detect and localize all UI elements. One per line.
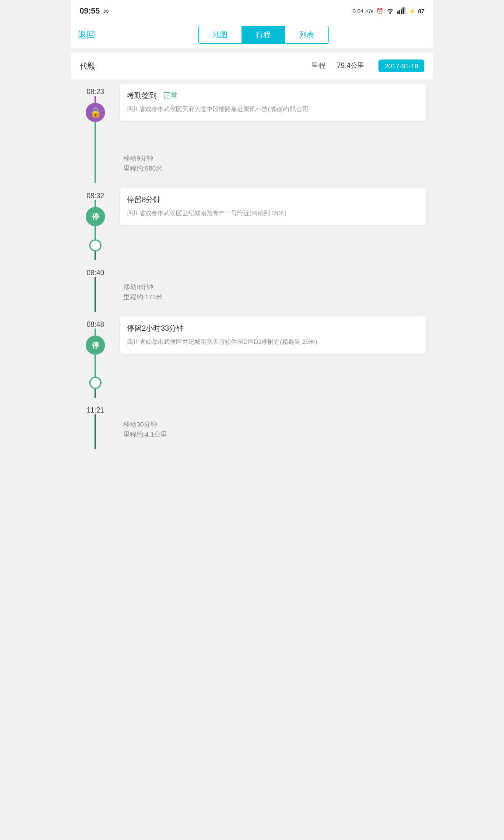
move-content-2: 移动8分钟 里程约:171米	[120, 277, 433, 312]
mileage-label: 里程	[312, 61, 326, 70]
event-card-content-3: 停留2小时33分钟 四川省成都市武侯区世纪城南路天府软件园D区D2楼附近(精确到…	[120, 316, 426, 354]
time-1121: 11:21	[78, 398, 113, 414]
timeline-move-2: 移动8分钟 里程约:171米	[71, 277, 433, 312]
node-end-1	[89, 239, 102, 252]
svg-rect-2	[401, 9, 402, 14]
lightning-icon: ⚡	[409, 8, 416, 14]
timeline-event-3: 08:48 停 11:21 停留2小时33分钟 四川省成都市武侯区世纪城南路天府…	[71, 312, 433, 414]
tab-list[interactable]: 列表	[285, 26, 329, 44]
timeline-move-3: 移动30分钟 里程约:4.1公里	[71, 414, 433, 449]
date-badge: 2017-01-10	[378, 60, 424, 72]
move-distance-1: 里程约:680米	[123, 164, 419, 173]
svg-rect-1	[399, 10, 400, 14]
tab-map[interactable]: 地图	[198, 26, 242, 44]
back-button[interactable]: 返回	[78, 25, 101, 44]
event-card-3: 停留2小时33分钟 四川省成都市武侯区世纪城南路天府软件园D区D2楼附近(精确到…	[120, 312, 433, 414]
event-title-2: 停留8分钟	[127, 195, 419, 205]
event-card-content-1: 考勤签到 正常 四川省成都市武侯区天府大道中段辅路靠近腾讯科技(成都)有限公司	[120, 84, 426, 121]
event-status-1: 正常	[163, 91, 178, 100]
person-name: 代毅	[80, 61, 95, 71]
infinity-icon: ∞	[103, 7, 109, 16]
mileage-value: 79.4公里	[337, 61, 364, 70]
timeline-left-move-3	[71, 414, 120, 449]
move-duration-3: 移动30分钟	[123, 420, 419, 429]
timeline-left-move-2	[71, 277, 120, 312]
timeline-left-3: 08:48 停 11:21	[71, 312, 120, 414]
timeline: 08:23 🔒 考勤签到 正常 四川省成都市武侯区天府大道中段辅路靠近腾讯科技(…	[71, 79, 433, 476]
event-card-content-2: 停留8分钟 四川省成都市武侯区世纪城南路青年一号附近(精确到 35米)	[120, 188, 426, 225]
event-address-3: 四川省成都市武侯区世纪城南路天府软件园D区D2楼附近(精确到 29米)	[127, 337, 419, 347]
tab-trip[interactable]: 行程	[242, 26, 285, 44]
move-distance-2: 里程约:171米	[123, 293, 419, 301]
time-0840: 08:40	[78, 260, 113, 277]
node-end-2	[89, 377, 102, 389]
time-0832: 08:32	[78, 183, 113, 200]
timeline-left-move-1	[71, 148, 120, 183]
move-detail-2: 移动8分钟 里程约:171米	[120, 277, 426, 308]
tab-bar: 地图 行程 列表	[101, 26, 426, 44]
node-stop-2: 停	[86, 336, 105, 355]
move-detail-3: 移动30分钟 里程约:4.1公里	[120, 414, 426, 445]
move-content-3: 移动30分钟 里程约:4.1公里	[120, 414, 433, 449]
timeline-left-2: 08:32 停 08:40	[71, 183, 120, 277]
timeline-move-1: 移动9分钟 里程约:680米	[71, 148, 433, 183]
event-address-2: 四川省成都市武侯区世纪城南路青年一号附近(精确到 35米)	[127, 208, 419, 218]
timeline-event-2: 08:32 停 08:40 停留8分钟 四川省成都市武侯区世纪城南路青年一号附近…	[71, 183, 433, 277]
info-bar: 代毅 里程 79.4公里 2017-01-10	[71, 52, 433, 79]
node-fingerprint: 🔒	[86, 103, 105, 122]
node-stop-1: 停	[86, 207, 105, 226]
event-card-2: 停留8分钟 四川省成都市武侯区世纪城南路青年一号附近(精确到 35米)	[120, 183, 433, 277]
status-bar: 09:55 ∞ 0.04 K/s ⏰ ⚡ 87	[71, 0, 433, 22]
timeline-event-1: 08:23 🔒 考勤签到 正常 四川省成都市武侯区天府大道中段辅路靠近腾讯科技(…	[71, 79, 433, 148]
speed-indicator: 0.04 K/s	[353, 8, 374, 14]
clock-icon: ⏰	[376, 8, 383, 14]
move-detail-1: 移动9分钟 里程约:680米	[120, 148, 426, 179]
event-title-3: 停留2小时33分钟	[127, 323, 419, 333]
wifi-icon	[386, 7, 395, 15]
status-time: 09:55	[80, 7, 100, 16]
move-duration-1: 移动9分钟	[123, 154, 419, 163]
move-duration-2: 移动8分钟	[123, 283, 419, 291]
svg-rect-0	[397, 11, 399, 14]
move-content-1: 移动9分钟 里程约:680米	[120, 148, 433, 183]
event-title-1: 考勤签到 正常	[127, 91, 419, 101]
time-0823: 08:23	[78, 79, 113, 96]
move-distance-3: 里程约:4.1公里	[123, 430, 419, 439]
signal-icon	[397, 7, 406, 15]
header-nav: 返回 地图 行程 列表	[71, 22, 433, 48]
time-0848: 08:48	[78, 312, 113, 329]
svg-rect-4	[404, 7, 406, 14]
event-card-1: 考勤签到 正常 四川省成都市武侯区天府大道中段辅路靠近腾讯科技(成都)有限公司	[120, 79, 433, 148]
timeline-left-1: 08:23 🔒	[71, 79, 120, 148]
status-icons: 0.04 K/s ⏰ ⚡ 87	[353, 7, 424, 15]
battery-level: 87	[418, 8, 424, 14]
svg-rect-3	[402, 7, 404, 14]
event-address-1: 四川省成都市武侯区天府大道中段辅路靠近腾讯科技(成都)有限公司	[127, 104, 419, 114]
